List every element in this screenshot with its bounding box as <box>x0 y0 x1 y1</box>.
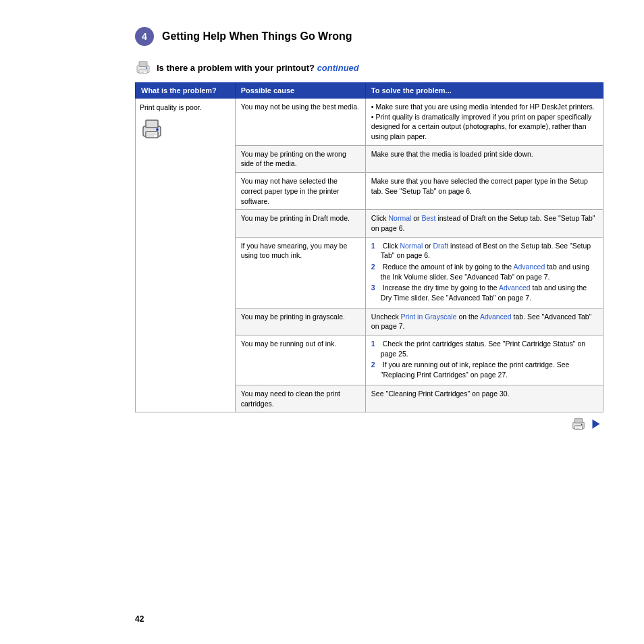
printer-icon <box>135 59 151 76</box>
footer-printer-icon <box>571 417 586 431</box>
chapter-number: 4 <box>135 27 154 46</box>
svg-rect-4 <box>140 71 146 72</box>
cause-cell: You may not have selected the correct pa… <box>235 173 365 210</box>
svg-rect-2 <box>139 70 147 74</box>
section-header: Is there a problem with your printout? c… <box>135 59 603 76</box>
link-print-grayscale: Print in Grayscale <box>401 313 457 321</box>
section-title: Is there a problem with your printout? c… <box>157 63 359 73</box>
troubleshooting-table: What is the problem? Possible cause To s… <box>135 82 603 412</box>
solution-cell: 1 Click Normal or Draft instead of Best … <box>365 237 603 308</box>
link-draft: Draft <box>433 242 448 250</box>
list-item: 1 Click Normal or Draft instead of Best … <box>371 241 597 261</box>
solution-cell: Make sure that the media is loaded print… <box>365 145 603 172</box>
svg-rect-14 <box>575 426 583 430</box>
svg-rect-10 <box>147 133 157 134</box>
svg-point-9 <box>156 128 159 131</box>
next-arrow-icon <box>589 417 603 431</box>
problem-cell: Print quality is poor. <box>136 99 236 412</box>
svg-rect-1 <box>139 61 147 67</box>
link-advanced1: Advanced <box>514 263 545 271</box>
link-best: Best <box>422 214 436 222</box>
svg-rect-17 <box>576 428 580 429</box>
table-row: Print quality is poor. You may not be us… <box>136 99 603 146</box>
header-problem: What is the problem? <box>136 83 236 99</box>
svg-rect-13 <box>575 419 583 423</box>
solution-cell: Uncheck Print in Grayscale on the Advanc… <box>365 308 603 335</box>
header-solution: To solve the problem... <box>365 83 603 99</box>
list-item: 2 Reduce the amount of ink by going to t… <box>371 262 597 281</box>
link-advanced2: Advanced <box>499 284 531 292</box>
svg-point-3 <box>146 68 147 69</box>
cause-cell: If you have smearing, you may be using t… <box>235 237 365 308</box>
solution-cell: Make sure that you have selected the cor… <box>365 173 603 210</box>
solution-cell: 1 Check the print cartridges status. See… <box>365 336 603 385</box>
cause-cell: You may need to clean the print cartridg… <box>235 385 365 412</box>
page-number: 42 <box>135 614 144 624</box>
cause-cell: You may not be using the best media. <box>235 99 365 146</box>
cause-cell: You may be printing in Draft mode. <box>235 210 365 237</box>
list-item: 2 If you are running out of ink, replace… <box>371 360 597 379</box>
cause-cell: You may be printing in grayscale. <box>235 308 365 335</box>
chapter-title: Getting Help When Things Go Wrong <box>162 30 352 43</box>
svg-rect-7 <box>146 120 158 128</box>
solution-cell: • Make sure that you are using media int… <box>365 99 603 146</box>
problem-printer-icon <box>140 117 164 141</box>
link-normal2: Normal <box>400 242 423 250</box>
solution-cell: See "Cleaning Print Cartridges" on page … <box>365 385 603 412</box>
svg-point-15 <box>581 424 583 425</box>
cause-cell: You may be running out of ink. <box>235 336 365 385</box>
solution-cell: Click Normal or Best instead of Draft on… <box>365 210 603 237</box>
solution-list2: 1 Check the print cartridges status. See… <box>371 339 597 380</box>
link-advanced3: Advanced <box>480 313 512 321</box>
svg-rect-5 <box>140 72 144 73</box>
header-cause: Possible cause <box>235 83 365 99</box>
chapter-header: 4 Getting Help When Things Go Wrong <box>135 27 603 46</box>
footer-icons <box>571 417 603 431</box>
svg-marker-18 <box>593 419 600 429</box>
cause-cell: You may be printing on the wrong side of… <box>235 145 365 172</box>
svg-rect-16 <box>576 427 581 427</box>
problem-text: Print quality is poor. <box>140 103 231 113</box>
link-normal: Normal <box>388 214 411 222</box>
page: 4 Getting Help When Things Go Wrong Is t… <box>0 0 644 644</box>
list-item: 3 Increase the dry time by going to the … <box>371 283 597 302</box>
solution-list: 1 Click Normal or Draft instead of Best … <box>371 241 597 303</box>
list-item: 1 Check the print cartridges status. See… <box>371 339 597 358</box>
svg-rect-11 <box>147 135 154 136</box>
footer <box>135 417 603 431</box>
